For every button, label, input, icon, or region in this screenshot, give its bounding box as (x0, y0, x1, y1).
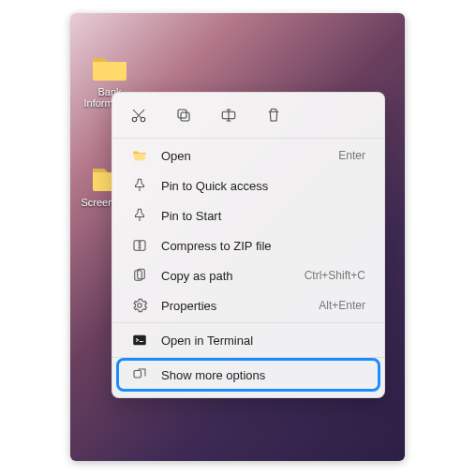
svg-point-0 (132, 117, 137, 122)
menu-item-copy-path[interactable]: Copy as path Ctrl+Shift+C (118, 260, 379, 290)
menu-separator (112, 322, 384, 323)
menu-item-pin-start[interactable]: Pin to Start (118, 200, 379, 230)
svg-rect-9 (133, 335, 146, 346)
menu-item-shortcut: Alt+Enter (319, 299, 365, 312)
svg-point-8 (138, 304, 142, 308)
menu-item-label: Compress to ZIP file (161, 239, 365, 253)
open-folder-icon (131, 147, 148, 164)
menu-item-label: Pin to Quick access (161, 179, 365, 193)
menu-item-label: Properties (161, 299, 305, 313)
menu-item-compress-zip[interactable]: Compress to ZIP file (118, 230, 379, 260)
pin-icon (131, 177, 148, 194)
scissors-icon (130, 107, 147, 124)
copy-icon (175, 107, 192, 124)
delete-button[interactable] (260, 102, 287, 128)
desktop-area: Bank Information Screenshots (70, 13, 405, 461)
menu-item-open-terminal[interactable]: Open in Terminal (118, 325, 379, 355)
rename-button[interactable] (216, 102, 242, 128)
menu-item-pin-quick-access[interactable]: Pin to Quick access (118, 171, 379, 200)
menu-item-properties[interactable]: Properties Alt+Enter (118, 290, 379, 320)
menu-item-label: Open in Terminal (161, 334, 365, 348)
folder-icon (91, 52, 128, 82)
menu-item-label: Open (161, 149, 325, 163)
menu-item-label: Copy as path (161, 269, 291, 283)
zip-icon (131, 237, 148, 254)
copy-button[interactable] (171, 102, 197, 128)
menu-item-label: Show more options (161, 368, 365, 382)
menu-separator (112, 357, 384, 358)
copy-path-icon (131, 267, 148, 284)
menu-item-shortcut: Enter (338, 149, 365, 162)
svg-point-1 (141, 117, 145, 122)
menu-item-shortcut: Ctrl+Shift+C (305, 269, 365, 282)
cut-button[interactable] (126, 102, 152, 128)
more-options-icon (131, 366, 148, 383)
terminal-icon (131, 332, 148, 349)
svg-rect-2 (181, 112, 189, 121)
pin-icon (131, 207, 148, 224)
menu-item-show-more-options[interactable]: Show more options (118, 360, 379, 390)
menu-item-open[interactable]: Open Enter (118, 141, 379, 171)
trash-icon (265, 107, 282, 124)
context-menu-toolbar (112, 98, 384, 136)
svg-rect-3 (178, 110, 186, 118)
context-menu: Open Enter Pin to Quick access Pin to St… (112, 92, 385, 398)
menu-item-label: Pin to Start (161, 209, 365, 223)
svg-rect-10 (134, 371, 141, 379)
properties-icon (131, 297, 148, 314)
rename-icon (220, 107, 237, 124)
menu-separator (112, 138, 384, 139)
